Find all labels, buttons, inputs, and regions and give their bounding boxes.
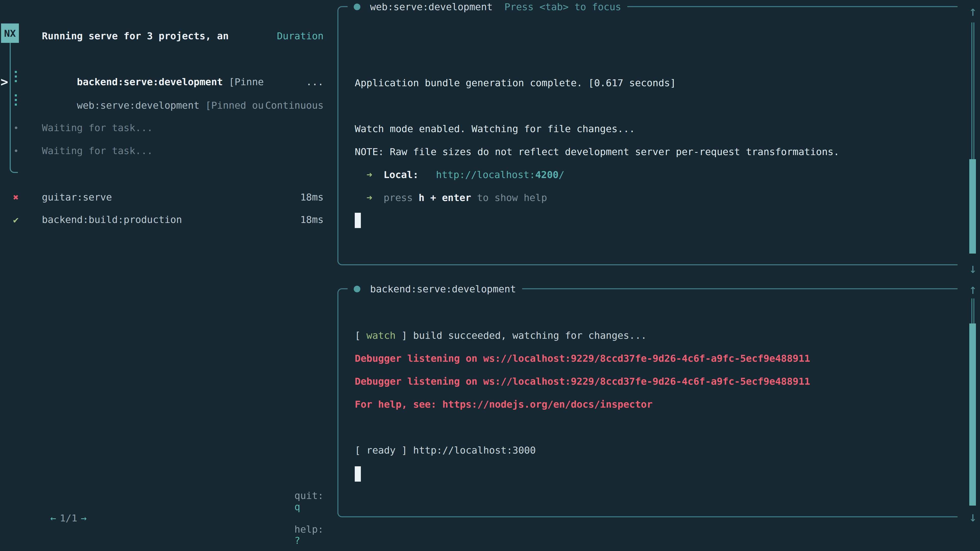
quit-label: quit: bbox=[294, 490, 324, 501]
help-key: ? bbox=[294, 535, 301, 546]
running-spinner-icon bbox=[15, 71, 17, 85]
scroll-down-icon[interactable]: ↓ bbox=[966, 510, 980, 524]
task-name: web:serve:development bbox=[77, 100, 199, 111]
pane-backend-serve-development[interactable]: backend:serve:development [ watch ] buil… bbox=[337, 288, 958, 517]
pointer-arrow-icon: ➜ bbox=[366, 192, 372, 203]
task-name: Waiting for task... bbox=[42, 122, 153, 133]
log-line-debugger: Debugger listening on ws://localhost:922… bbox=[355, 369, 810, 393]
local-label: Local: bbox=[383, 169, 418, 180]
log-line-watch: [ watch ] build succeeded, watching for … bbox=[355, 324, 647, 347]
page-next-icon[interactable]: → bbox=[81, 512, 87, 524]
pane-title-bar: web:serve:development Press <tab> to foc… bbox=[348, 0, 627, 14]
sidebar-bottom-bar: ←1/1→ quit: q help: ? bbox=[0, 506, 330, 530]
log-line-inspector-help: For help, see: https://nodejs.org/en/doc… bbox=[355, 392, 652, 416]
task-name-suffix: [Pinne bbox=[223, 76, 264, 87]
local-url: http://localhost:4200/ bbox=[436, 169, 564, 180]
running-dot-icon bbox=[354, 286, 360, 292]
page-prev-icon[interactable]: ← bbox=[50, 512, 56, 524]
task-row-web-serve[interactable]: web:serve:development [Pinned ou Continu… bbox=[0, 94, 330, 117]
log-line-ready: [ ready ] http://localhost:3000 bbox=[355, 438, 536, 462]
task-list-header: Running serve for 3 projects, an Duratio… bbox=[0, 24, 330, 48]
log-line: NOTE: Raw file sizes do not reflect deve… bbox=[355, 140, 839, 163]
pane-web-serve-development[interactable]: web:serve:development Press <tab> to foc… bbox=[337, 6, 958, 265]
nx-tui-screen: NX > Running serve for 3 projects, an Du… bbox=[0, 0, 980, 551]
waiting-dot-icon bbox=[15, 149, 18, 152]
pane-title-bar: backend:serve:development bbox=[348, 281, 522, 297]
waiting-dot-icon bbox=[15, 127, 18, 129]
pane-title: web:serve:development bbox=[370, 1, 493, 12]
key-combo: h + enter bbox=[418, 192, 471, 203]
running-spinner-icon bbox=[15, 94, 17, 108]
terminal-cursor bbox=[355, 466, 361, 482]
task-status-text: ... bbox=[306, 76, 324, 87]
key-hints: quit: q help: ? bbox=[259, 478, 324, 551]
scrollbar-bottom-pane[interactable]: ↑ ↓ bbox=[966, 282, 980, 524]
running-dot-icon bbox=[354, 3, 360, 10]
task-row-waiting-1[interactable]: Waiting for task... bbox=[0, 116, 330, 139]
scrollbar-thumb[interactable] bbox=[969, 324, 976, 506]
scrollbar-track[interactable] bbox=[971, 22, 974, 159]
log-line-local-url: ➜ Local: http://localhost:4200/ bbox=[355, 163, 565, 186]
scroll-down-icon[interactable]: ↓ bbox=[966, 261, 980, 275]
task-name: backend:build:production bbox=[42, 214, 182, 225]
log-line-debugger: Debugger listening on ws://localhost:922… bbox=[355, 346, 810, 370]
task-name: guitar:serve bbox=[42, 191, 112, 203]
ready-tag: ready bbox=[366, 445, 396, 456]
scroll-up-icon[interactable]: ↑ bbox=[966, 282, 980, 297]
watch-tag: watch bbox=[366, 330, 396, 341]
task-row-waiting-2[interactable]: Waiting for task... bbox=[0, 139, 330, 162]
task-name-suffix: [Pinned ou bbox=[200, 100, 264, 111]
task-row-backend-build[interactable]: backend:build:production 18ms bbox=[0, 208, 330, 231]
pagination: ←1/1→ bbox=[15, 501, 87, 535]
pointer-arrow-icon: ➜ bbox=[366, 169, 372, 180]
success-icon: ✔ bbox=[10, 208, 21, 231]
failed-icon: ✖ bbox=[10, 185, 21, 209]
scrollbar-track[interactable] bbox=[971, 299, 974, 324]
pane-title: backend:serve:development bbox=[370, 283, 516, 294]
task-row-guitar-serve[interactable]: guitar:serve 18ms bbox=[0, 185, 330, 209]
log-line: Application bundle generation complete. … bbox=[355, 71, 676, 94]
scrollbar-top-pane[interactable]: ↑ ↓ bbox=[966, 4, 980, 275]
focus-hint: Press <tab> to focus bbox=[504, 1, 621, 12]
task-duration: 18ms bbox=[300, 214, 324, 225]
help-label: help: bbox=[294, 524, 324, 535]
page-indicator: 1/1 bbox=[60, 512, 77, 524]
terminal-stage: NX > Running serve for 3 projects, an Du… bbox=[0, 0, 980, 551]
quit-key: q bbox=[294, 501, 301, 512]
task-status-text: Continuous bbox=[265, 100, 324, 111]
duration-column-header: Duration bbox=[277, 30, 324, 41]
log-line: Watch mode enabled. Watching for file ch… bbox=[355, 117, 635, 140]
task-name: backend:serve:development bbox=[77, 76, 223, 87]
scroll-up-icon[interactable]: ↑ bbox=[966, 4, 980, 18]
terminal-cursor bbox=[355, 213, 361, 228]
scrollbar-thumb[interactable] bbox=[969, 159, 976, 254]
task-name: Waiting for task... bbox=[42, 145, 153, 156]
task-list-title: Running serve for 3 projects, an bbox=[42, 30, 229, 41]
task-duration: 18ms bbox=[300, 191, 324, 203]
log-line-help-hint: ➜ press h + enter to show help bbox=[355, 186, 547, 209]
